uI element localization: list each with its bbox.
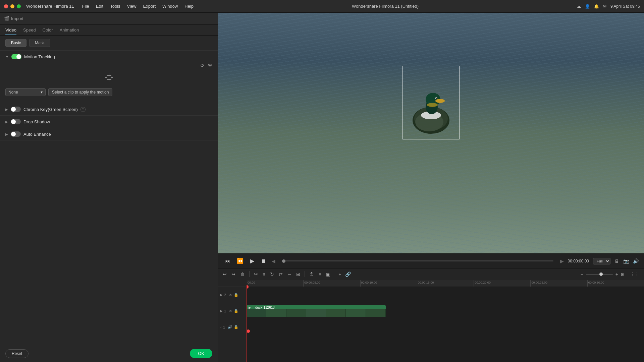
email-icon[interactable]: ✉	[603, 4, 606, 9]
svg-rect-0	[107, 75, 111, 79]
chroma-key-toggle[interactable]	[11, 107, 21, 112]
menu-window[interactable]: Window	[162, 4, 178, 9]
refresh-icon[interactable]: ↺	[200, 63, 204, 68]
zoom-out-button[interactable]: −	[579, 270, 585, 278]
auto-enhance-header[interactable]: ▶ Auto Enhance	[5, 131, 212, 137]
tab-video[interactable]: Video	[5, 27, 16, 35]
menu-view[interactable]: View	[127, 4, 137, 9]
menu-edit[interactable]: Edit	[96, 4, 103, 9]
chevron-right-icon-3: ▶	[5, 132, 8, 136]
video-clip[interactable]: ▶ duck-112613	[247, 305, 386, 317]
rewind-button[interactable]: ⏮	[223, 257, 231, 265]
app-name: Wondershare Filmora 11	[26, 4, 74, 9]
quality-select[interactable]: Full	[593, 258, 610, 264]
cloud-icon[interactable]: ☁	[577, 4, 581, 9]
snapshot-icon[interactable]: 📷	[623, 258, 629, 264]
screen-icon[interactable]: 🖥	[614, 258, 619, 264]
motion-tracking-title: Motion Tracking	[24, 54, 55, 59]
drop-shadow-toggle[interactable]	[11, 119, 21, 124]
import-label: Import	[11, 16, 23, 21]
eye-track-icon[interactable]: 👁	[229, 293, 232, 297]
menu-help[interactable]: Help	[184, 4, 194, 9]
frame-button[interactable]: ▣	[325, 270, 332, 278]
chroma-key-header[interactable]: ▶ Chroma Key(Green Screen) ?	[5, 107, 212, 112]
titlebar-right-controls: ☁ 👤 🔔 ✉ 9 April Sat 09:45	[577, 4, 640, 9]
delete-button[interactable]: 🗑	[239, 270, 246, 278]
ruler-ticks: 00:00 00:00:05:00 00:00:10:00 00:00:15:0…	[247, 280, 644, 287]
ruler-spacer	[218, 280, 246, 287]
progress-bar[interactable]	[282, 260, 553, 261]
zoom-in-button[interactable]: +	[614, 270, 620, 278]
progress-thumb[interactable]	[282, 259, 285, 263]
motion-tracking-header[interactable]: ▼ Motion Tracking	[5, 54, 212, 59]
none-label: None	[8, 90, 18, 95]
stop-button[interactable]: ⏹	[260, 257, 268, 265]
svg-point-13	[436, 98, 437, 99]
tab-speed[interactable]: Speed	[23, 27, 36, 35]
clip-frame-2	[266, 309, 286, 317]
lock-track-2-icon[interactable]: 🔒	[234, 309, 238, 313]
close-button[interactable]	[4, 4, 8, 8]
subtab-basic[interactable]: Basic	[5, 39, 26, 47]
rotate-button[interactable]: ↻	[269, 270, 275, 278]
notification-icon[interactable]: 🔔	[594, 4, 599, 9]
menu-file[interactable]: File	[82, 4, 89, 9]
ok-button[interactable]: OK	[190, 349, 212, 358]
eye-icon[interactable]: 👁	[208, 63, 212, 68]
motion-tracking-toggle[interactable]	[11, 54, 21, 59]
import-button[interactable]: 🎬 Import	[4, 16, 23, 21]
tick-2: 00:00:10:00	[360, 280, 417, 287]
split-button[interactable]: ⊢	[286, 270, 293, 278]
chevron-right-icon-2: ▶	[5, 120, 8, 124]
chevron-right-icon: ▶	[5, 108, 8, 111]
tab-animation[interactable]: Animation	[60, 27, 79, 35]
date-display: 9 April Sat 09:45	[610, 4, 640, 9]
drop-shadow-header[interactable]: ▶ Drop Shadow	[5, 119, 212, 124]
zoom-thumb[interactable]	[599, 273, 603, 276]
zoom-fit-icon[interactable]: ⊞	[621, 272, 625, 277]
undo-button[interactable]: ↩	[221, 270, 228, 278]
track-row-1: ▶ duck-112613	[247, 303, 644, 319]
menu-tools[interactable]: Tools	[110, 4, 120, 9]
eye-track-2-icon[interactable]: 👁	[229, 309, 232, 313]
chroma-key-section: ▶ Chroma Key(Green Screen) ?	[0, 103, 218, 116]
right-area: ⏮ ⏪ ▶ ⏹ ◀ ▶ 00:00:00:00 Full 🖥 📷 🔊 ↩ ↪ 🗑	[218, 13, 644, 362]
next-frame-icon[interactable]: ▶	[560, 258, 564, 264]
apply-motion-button[interactable]: Select a clip to apply the motion	[48, 88, 112, 96]
add-track-button[interactable]: +	[337, 270, 342, 278]
play-button[interactable]: ▶	[249, 257, 256, 265]
flip-button[interactable]: ⇄	[277, 270, 284, 278]
zoom-slider[interactable]	[586, 274, 613, 275]
menu-bar[interactable]: File Edit Tools View Export Window Help	[82, 4, 194, 9]
minimize-button[interactable]	[10, 4, 14, 8]
audio-marker	[247, 329, 250, 333]
lock-track-icon[interactable]: 🔒	[234, 293, 238, 297]
link-button[interactable]: 🔗	[344, 270, 352, 278]
clip-select-dropdown[interactable]: None ▾	[5, 88, 46, 96]
tick-5: 00:00:25:00	[530, 280, 587, 287]
tab-color[interactable]: Color	[43, 27, 53, 35]
prev-frame-icon[interactable]: ◀	[272, 258, 275, 264]
lock-audio-icon[interactable]: 🔒	[234, 325, 238, 329]
window-controls[interactable]	[4, 4, 21, 8]
mute-icon[interactable]: 🔊	[228, 325, 232, 329]
playhead[interactable]	[247, 287, 247, 362]
redo-button[interactable]: ↪	[230, 270, 237, 278]
speed-button[interactable]: ⏱	[308, 270, 315, 278]
reset-button[interactable]: Reset	[5, 349, 29, 358]
auto-enhance-toggle[interactable]	[11, 131, 21, 137]
panel-tabs: Video Speed Color Animation	[0, 25, 218, 36]
cut-button[interactable]: ✂	[253, 270, 259, 278]
volume-icon[interactable]: 🔊	[633, 258, 639, 264]
list-button[interactable]: ≡	[317, 270, 323, 278]
menu-export[interactable]: Export	[143, 4, 156, 9]
timeline-settings-button[interactable]: ⋮⋮	[629, 270, 641, 278]
fullscreen-button[interactable]	[17, 4, 21, 8]
audio-track-number: 1	[223, 325, 225, 329]
crop-button[interactable]: ⌗	[261, 270, 267, 278]
info-icon[interactable]: ?	[80, 107, 86, 112]
expand-button[interactable]: ⊞	[295, 270, 302, 278]
user-icon[interactable]: 👤	[585, 4, 590, 9]
subtab-mask[interactable]: Mask	[29, 39, 50, 47]
play-back-button[interactable]: ⏪	[235, 257, 245, 265]
